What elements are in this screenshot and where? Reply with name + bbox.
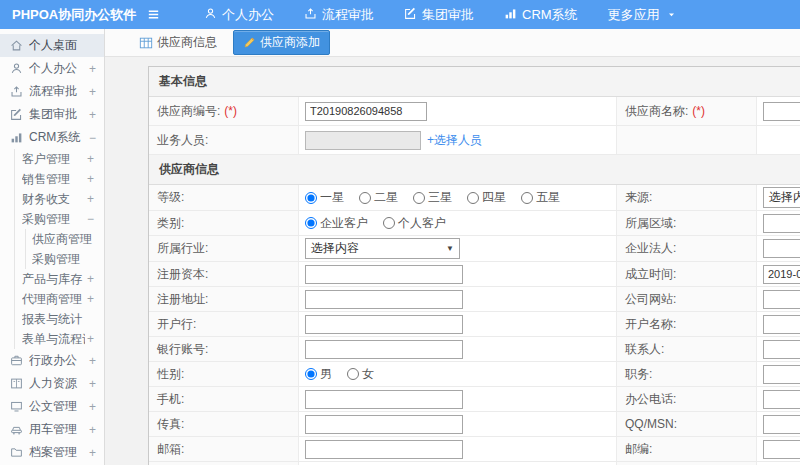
sidebar-item-document-mgmt[interactable]: 公文管理+	[0, 395, 104, 418]
bank-account-input[interactable]	[305, 340, 463, 359]
sidebar-item-agent-mgmt[interactable]: 代理商管理+	[15, 289, 104, 309]
field-label-text: 传真:	[157, 416, 184, 433]
field-cell	[299, 437, 617, 461]
grade-option[interactable]: 一星	[305, 189, 344, 206]
mobile-input[interactable]	[305, 390, 463, 409]
grade-option[interactable]: 四星	[467, 189, 506, 206]
collapse-icon[interactable]: −	[87, 212, 94, 226]
business-person-input[interactable]	[305, 131, 421, 150]
sidebar-item-personal-desktop[interactable]: 个人桌面	[0, 34, 104, 57]
account-name-input[interactable]	[763, 315, 800, 334]
expand-icon[interactable]: +	[89, 354, 96, 368]
expand-icon[interactable]: +	[89, 108, 96, 122]
founded-date-input[interactable]	[763, 265, 800, 284]
office-phone-input[interactable]	[763, 390, 800, 409]
industry-select[interactable]: 选择内容▼	[305, 238, 460, 259]
field-label	[617, 126, 757, 154]
sidebar-item-finance-income[interactable]: 财务收支+	[15, 189, 104, 209]
topbar-item-workflow-approval[interactable]: 流程审批	[289, 0, 389, 29]
registered-address-input[interactable]	[305, 290, 463, 309]
fax-input[interactable]	[305, 415, 463, 434]
legal-person-input[interactable]	[763, 239, 800, 258]
sidebar-item-admin-office[interactable]: 行政办公+	[0, 349, 104, 372]
sidebar-item-supplier-mgmt[interactable]: 供应商管理	[26, 229, 104, 249]
field-label: 邮箱:	[149, 437, 299, 461]
sidebar-item-group-approval[interactable]: 集团审批+	[0, 103, 104, 126]
field-label: 供应商编号:(*)	[149, 97, 299, 125]
bank-branch-input[interactable]	[305, 315, 463, 334]
collapse-icon[interactable]: −	[89, 131, 96, 145]
grade-radio[interactable]	[305, 192, 317, 204]
sidebar-item-purchase-mgmt[interactable]: 采购管理−	[15, 209, 104, 229]
postcode-input[interactable]	[763, 440, 800, 459]
topbar-item-group-approval[interactable]: 集团审批	[389, 0, 489, 29]
gender-option[interactable]: 男	[305, 366, 332, 383]
expand-icon[interactable]: +	[89, 423, 96, 437]
supplier-name-input[interactable]	[763, 102, 800, 121]
gender-radio[interactable]	[305, 368, 317, 380]
company-website-input[interactable]	[763, 290, 800, 309]
sidebar-item-vehicle-mgmt[interactable]: 用车管理+	[0, 418, 104, 441]
category-radio[interactable]	[305, 217, 317, 229]
tab-supplier-add[interactable]: 供应商添加	[233, 30, 330, 55]
sidebar-item-archive-mgmt[interactable]: 档案管理+	[0, 441, 104, 464]
tab-supplier-info[interactable]: 供应商信息	[133, 31, 223, 54]
expand-icon[interactable]: +	[89, 377, 96, 391]
tab-label: 供应商添加	[260, 34, 320, 51]
grade-option[interactable]: 三星	[413, 189, 452, 206]
field-label: 供应商名称:(*)	[617, 97, 757, 125]
sidebar-item-customer-mgmt[interactable]: 客户管理+	[15, 149, 104, 169]
sidebar-item-label: 行政办公	[29, 352, 87, 369]
grade-option[interactable]: 二星	[359, 189, 398, 206]
topbar-item-personal-office[interactable]: 个人办公	[189, 0, 289, 29]
form-row: 手机:办公电话:	[149, 387, 800, 412]
expand-icon[interactable]: +	[87, 192, 94, 206]
grade-option[interactable]: 五星	[521, 189, 560, 206]
sidebar-item-crm-system[interactable]: CRM系统−	[0, 126, 104, 149]
qq-msn-input[interactable]	[763, 415, 800, 434]
sidebar-item-personal-office[interactable]: 个人办公+	[0, 57, 104, 80]
field-label: 所属行业:	[149, 236, 299, 261]
gender-radio[interactable]	[347, 368, 359, 380]
section-title: 供应商信息	[149, 155, 800, 185]
sidebar-item-human-resources[interactable]: 人力资源+	[0, 372, 104, 395]
grade-radio[interactable]	[413, 192, 425, 204]
book-icon	[10, 377, 23, 390]
sidebar-item-product-inventory[interactable]: 产品与库存+	[15, 269, 104, 289]
sidebar-item-reports-stats[interactable]: 报表与统计	[15, 309, 104, 329]
position-input[interactable]	[763, 365, 800, 384]
region-input[interactable]	[763, 214, 800, 233]
category-radio[interactable]	[383, 217, 395, 229]
expand-icon[interactable]: +	[87, 172, 94, 186]
expand-icon[interactable]: +	[87, 292, 94, 306]
sidebar-item-workflow-approval[interactable]: 流程审批+	[0, 80, 104, 103]
supplier-code-input[interactable]	[305, 102, 427, 121]
sidebar-item-form-flow-settings[interactable]: 表单与流程设置+	[15, 329, 104, 349]
grade-radio[interactable]	[467, 192, 479, 204]
expand-icon[interactable]: +	[87, 272, 94, 286]
category-option[interactable]: 个人客户	[383, 215, 446, 232]
contact-person-input[interactable]	[763, 340, 800, 359]
expand-icon[interactable]: +	[89, 400, 96, 414]
form-section: 基本信息供应商编号:(*)供应商名称:(*)业务人员:+选择人员	[149, 67, 800, 155]
expand-icon[interactable]: +	[89, 62, 96, 76]
sidebar-item-sales-mgmt[interactable]: 销售管理+	[15, 169, 104, 189]
doc-icon	[10, 400, 23, 413]
expand-icon[interactable]: +	[89, 85, 96, 99]
hamburger-icon[interactable]	[146, 7, 161, 22]
topbar-item-crm-system[interactable]: CRM系统	[489, 0, 593, 29]
grade-radio[interactable]	[359, 192, 371, 204]
source-select[interactable]: 选择内容▼	[763, 187, 800, 208]
grade-radio[interactable]	[521, 192, 533, 204]
expand-icon[interactable]: +	[87, 332, 94, 346]
category-option[interactable]: 企业客户	[305, 215, 368, 232]
expand-icon[interactable]: +	[89, 446, 96, 460]
registered-capital-input[interactable]	[305, 265, 463, 284]
expand-icon[interactable]: +	[87, 152, 94, 166]
sidebar-item-purchase-mgmt-sub[interactable]: 采购管理	[26, 249, 104, 269]
topbar-item-more-apps[interactable]: 更多应用	[593, 0, 691, 29]
choose-person-link[interactable]: +选择人员	[427, 132, 482, 149]
gender-option[interactable]: 女	[347, 366, 374, 383]
sidebar-item-label: 销售管理	[22, 171, 85, 188]
email-input[interactable]	[305, 440, 463, 459]
